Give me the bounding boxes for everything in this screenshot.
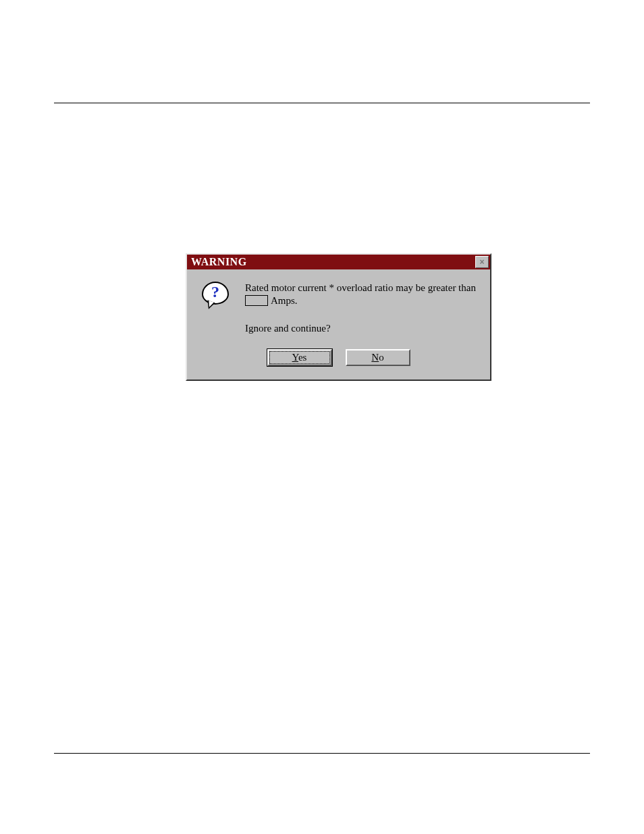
titlebar: WARNING ×	[187, 255, 490, 269]
button-row: Yes No	[196, 349, 481, 366]
horizontal-rule-top	[54, 103, 590, 103]
amps-value-box	[245, 295, 268, 306]
message-block: Rated motor current * overload ratio may…	[245, 282, 481, 334]
warning-dialog: WARNING × ? Rated motor current * overlo…	[186, 253, 491, 381]
question-mark-glyph: ?	[203, 282, 227, 302]
close-button[interactable]: ×	[475, 256, 489, 268]
message-line-1: Rated motor current * overload ratio may…	[245, 282, 481, 294]
page: WARNING × ? Rated motor current * overlo…	[0, 0, 644, 834]
yes-button[interactable]: Yes	[267, 349, 332, 366]
no-hotkey: N	[371, 352, 379, 363]
message-line-3: Ignore and continue?	[245, 322, 481, 335]
dialog-title: WARNING	[191, 256, 247, 268]
yes-rest: es	[298, 352, 307, 363]
question-icon: ?	[202, 282, 229, 309]
amps-suffix: Amps.	[271, 294, 298, 307]
horizontal-rule-bottom	[54, 753, 590, 754]
dialog-body: ? Rated motor current * overload ratio m…	[187, 269, 490, 373]
message-line-2: Amps.	[245, 294, 481, 307]
yes-hotkey: Y	[292, 352, 298, 363]
no-button[interactable]: No	[346, 349, 410, 366]
close-icon: ×	[479, 257, 484, 267]
no-rest: o	[379, 352, 384, 363]
